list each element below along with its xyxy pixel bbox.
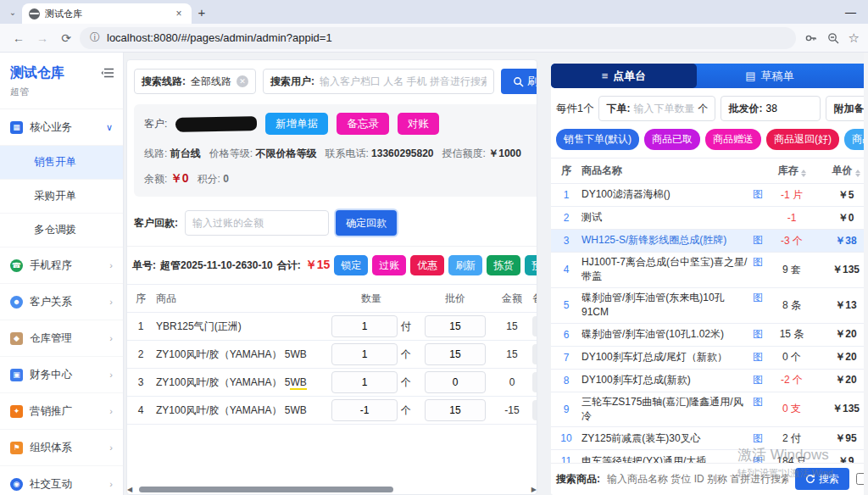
image-link[interactable]: 图 xyxy=(753,233,763,248)
reconcile-button[interactable]: 对账 xyxy=(398,113,439,135)
product-row[interactable]: 7 DY100刹车灯总成/尾灯（新款）图 0 个 ￥20 xyxy=(551,347,868,370)
product-row-selected[interactable]: 3 WH125-S/新锋影线圈总成(胜牌)图 -3 个 ￥38 xyxy=(551,230,868,253)
price-input[interactable] xyxy=(425,315,486,337)
reload-icon[interactable]: ⟳ xyxy=(56,28,76,48)
qty-input[interactable] xyxy=(331,315,398,337)
product-search-input[interactable] xyxy=(607,468,788,490)
table-row[interactable]: 2 ZY100风叶/胶（YAMAHA） 5WB 个 15 附加 xyxy=(127,341,537,369)
image-link[interactable]: 图 xyxy=(753,327,763,342)
product-row[interactable]: 6 碟刹油管/刹车油管(10孔1.02米)图 15 条 ￥20 xyxy=(551,324,868,347)
add-order-button[interactable]: 新增单据 xyxy=(265,113,328,135)
repayment-input[interactable] xyxy=(185,210,329,236)
mode-gift-button[interactable]: 商品赠送 xyxy=(705,129,761,150)
horizontal-scrollbar[interactable]: ◀ ▶ xyxy=(127,486,537,492)
box-icon: ◆ xyxy=(10,332,23,345)
person-icon: ☻ xyxy=(10,296,23,309)
price-input[interactable] xyxy=(425,371,486,393)
window-minimize-button[interactable]: — xyxy=(845,6,868,19)
per-item-text: 每件1个 xyxy=(556,102,593,116)
browser-tab[interactable]: 测试仓库 × xyxy=(22,3,192,24)
table-header: 序 商品名称 库存 单价 xyxy=(551,159,868,184)
sidebar-item-warehouse-management[interactable]: ◆ 仓库管理 › xyxy=(0,320,123,357)
refresh-button[interactable]: 刷新 xyxy=(501,69,537,94)
sidebar-item-purchase-order[interactable]: 采购开单 xyxy=(0,180,123,214)
qty-input[interactable] xyxy=(331,343,398,365)
price-input[interactable] xyxy=(425,343,486,365)
vertical-scrollbar[interactable] xyxy=(864,53,868,495)
image-link[interactable]: 图 xyxy=(753,395,763,409)
order-items-table: 序 商品 数量 批价 金额 备注 1 YBR125气门(正洲) 付 xyxy=(127,284,537,425)
note-button[interactable]: 附加 xyxy=(532,372,537,392)
pick-button[interactable]: 拣货 xyxy=(487,255,520,275)
post-button[interactable]: 过账 xyxy=(372,255,406,275)
lock-button[interactable]: 锁定 xyxy=(334,255,368,275)
table-row[interactable]: 1 YBR125气门(正洲) 付 15 附加 xyxy=(127,313,537,341)
price-input[interactable] xyxy=(425,399,486,421)
screen: ⌄ 测试仓库 × + — ← → ⟳ ⓘ localhost:8080/#/pa… xyxy=(0,0,868,495)
image-link[interactable]: 图 xyxy=(753,291,763,305)
sidebar-item-sales-order[interactable]: 销售开单 xyxy=(0,146,123,180)
order-toolbar: 单号: 超管2025-11-10-2630-10 合计: ￥15 锁定 过账 优… xyxy=(127,246,537,284)
qty-input[interactable] xyxy=(331,371,398,393)
customer-search-box: 搜索用户: xyxy=(263,69,494,94)
memo-button[interactable]: 备忘录 xyxy=(337,113,389,135)
image-link[interactable]: 图 xyxy=(753,255,763,270)
tab-title: 测试仓库 xyxy=(45,8,168,20)
image-link[interactable]: 图 xyxy=(753,373,763,387)
mode-sale-button[interactable]: 销售下单(默认) xyxy=(556,129,639,150)
sidebar-item-core-business[interactable]: ▦ 核心业务 ∨ xyxy=(0,109,123,146)
refresh-order-button[interactable]: 刷新 xyxy=(448,255,482,275)
mode-taken-button[interactable]: 商品已取 xyxy=(644,129,700,150)
clear-route-icon[interactable]: ✕ xyxy=(236,75,248,87)
forward-icon[interactable]: → xyxy=(32,28,53,48)
sort-price[interactable]: 单价 xyxy=(819,164,868,178)
customer-search-input[interactable] xyxy=(320,75,487,87)
tab-search-chevron-icon[interactable]: ⌄ xyxy=(3,4,22,19)
bookmark-star-icon[interactable]: ☆ xyxy=(849,31,860,46)
note-button[interactable]: 附加 xyxy=(532,344,537,364)
tab-draft-orders[interactable]: ▤草稿单 xyxy=(697,64,843,88)
product-row[interactable]: 1 DY100滤清器海棉()图 -1 片 ￥5 xyxy=(551,184,868,207)
sidebar-collapse-icon[interactable] xyxy=(101,67,114,81)
zoom-out-icon[interactable] xyxy=(826,31,840,45)
sidebar-item-mobile-app[interactable]: ☎ 手机程序 › xyxy=(0,248,123,284)
search-products-button[interactable]: 搜索 xyxy=(795,468,849,490)
product-row[interactable]: 9 三轮车ZS175曲轴(嘉汇)隆鑫通用/风冷图 0 支 ￥135 xyxy=(551,392,868,428)
sidebar-item-organization[interactable]: ⚑ 组织体系 › xyxy=(0,430,123,466)
sidebar-item-social[interactable]: ◉ 社交互动 › xyxy=(0,466,123,495)
product-row[interactable]: 2 测试 -1 ￥0 xyxy=(551,207,868,230)
sidebar-item-marketing[interactable]: ✦ 营销推广 › xyxy=(0,393,123,430)
image-link[interactable]: 图 xyxy=(753,187,763,202)
product-row[interactable]: 8 DY100刹车灯总成(新款)图 -2 个 ￥20 xyxy=(551,370,868,392)
image-link[interactable]: 图 xyxy=(753,431,763,446)
sidebar-item-warehouse-transfer[interactable]: 多仓调拨 xyxy=(0,214,123,248)
table-row[interactable]: 3 ZY100风叶/胶（YAMAHA） 5WB 个 0 附加 xyxy=(127,369,537,397)
tab-close-icon[interactable]: × xyxy=(173,8,185,19)
password-key-icon[interactable] xyxy=(804,31,818,45)
sidebar-item-finance-center[interactable]: ▣ 财务中心 › xyxy=(0,357,123,393)
discount-button[interactable]: 优惠 xyxy=(410,255,444,275)
sort-stock[interactable]: 库存 xyxy=(765,164,819,178)
tab-order-station[interactable]: ≡点单台 xyxy=(551,64,697,88)
product-row[interactable]: 5 碟刹油管/刹车油管(东来电)10孔91CM图 8 条 ￥13 xyxy=(551,288,868,324)
mode-return-good-button[interactable]: 商品退回(好) xyxy=(766,129,839,150)
image-link[interactable]: 图 xyxy=(753,350,763,364)
confirm-repayment-button[interactable]: 确定回款 xyxy=(336,210,397,236)
scroll-right-icon[interactable]: ▶ xyxy=(528,486,537,493)
new-tab-button[interactable]: + xyxy=(192,2,212,22)
product-row[interactable]: 10 ZY125前减震(装车)30叉心图 2 付 ￥95 xyxy=(551,427,868,450)
preview-button[interactable]: 预览 xyxy=(525,255,537,275)
route-filter[interactable]: 搜索线路: 全部线路 ✕ xyxy=(134,69,256,94)
note-button[interactable]: 附加 xyxy=(532,316,537,336)
qty-input[interactable] xyxy=(331,399,398,421)
back-icon[interactable]: ← xyxy=(8,28,29,48)
site-info-icon[interactable]: ⓘ xyxy=(90,31,100,45)
url-bar[interactable]: ⓘ localhost:8080/#/pages/admin/admin?app… xyxy=(80,27,796,49)
product-row[interactable]: 4 HJ100T-7离合总成(台中坚宝)喜之星/带盖图 9 套 ￥135 xyxy=(551,253,868,288)
wholesale-price-input[interactable] xyxy=(765,103,808,114)
order-qty-input[interactable] xyxy=(633,103,694,114)
scroll-left-icon[interactable]: ◀ xyxy=(127,486,136,493)
note-button[interactable]: 附加 xyxy=(532,400,537,420)
sidebar-item-customer-relations[interactable]: ☻ 客户关系 › xyxy=(0,284,123,320)
table-row[interactable]: 4 ZY100风叶/胶（YAMAHA） 5WB 个 -15 附加 xyxy=(127,397,537,425)
